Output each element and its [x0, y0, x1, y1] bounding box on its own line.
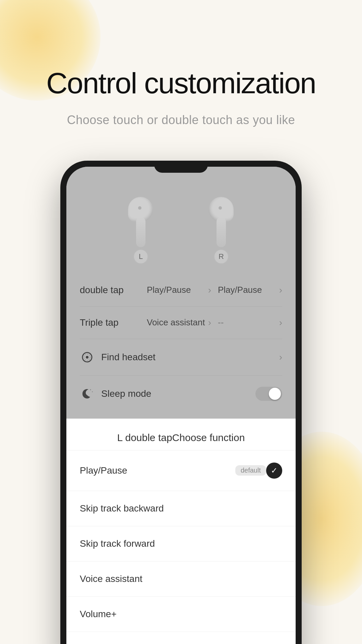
- earbud-left-stem: [136, 217, 145, 247]
- earbud-right: R: [204, 194, 238, 267]
- sheet-header: L double tapChoose function: [66, 419, 296, 450]
- list-item[interactable]: Volume-: [66, 632, 296, 644]
- sleep-mode-label: Sleep mode: [101, 388, 255, 399]
- earbud-right-dot: [219, 206, 222, 210]
- chevron-icon-3: ›: [208, 317, 211, 328]
- triple-tap-left-value: Voice assistant ›: [147, 317, 211, 328]
- list-item[interactable]: Skip track forward: [66, 526, 296, 561]
- chevron-icon-5: ›: [279, 352, 282, 363]
- default-badge: default: [235, 465, 266, 476]
- double-tap-left-value: Play/Pause ›: [147, 285, 211, 296]
- triple-tap-row[interactable]: Triple tap Voice assistant › -- ›: [80, 307, 282, 339]
- triple-tap-right-value: -- ›: [211, 317, 282, 328]
- earbud-right-label: R: [214, 249, 229, 264]
- sheet-item-label: Volume+: [80, 609, 282, 620]
- page-title: Control customization: [33, 67, 329, 100]
- svg-point-1: [86, 356, 88, 359]
- phone-frame: L R doubl: [60, 161, 302, 644]
- sheet-item-label: Skip track backward: [80, 503, 282, 514]
- chevron-icon-2: ›: [279, 285, 282, 296]
- earbud-left-dot: [138, 206, 141, 210]
- earbud-left-label: L: [133, 249, 148, 264]
- earbud-right-shape: [204, 194, 238, 247]
- list-item[interactable]: Volume+: [66, 597, 296, 632]
- find-headset-row[interactable]: Find headset ›: [80, 339, 282, 376]
- earbud-left: L: [124, 194, 158, 267]
- sheet-item-label: Play/Pause: [80, 465, 230, 476]
- sheet-title: L double tapChoose function: [117, 432, 245, 443]
- phone-notch: [154, 161, 208, 173]
- list-item[interactable]: Skip track backward: [66, 491, 296, 526]
- triple-tap-label: Triple tap: [80, 317, 147, 328]
- double-tap-right-value: Play/Pause ›: [211, 285, 282, 296]
- sleep-mode-icon: [80, 386, 95, 401]
- page-subtitle: Choose touch or double touch as you like: [67, 113, 295, 127]
- toggle-knob: [269, 388, 281, 400]
- phone-inner: L R doubl: [66, 167, 296, 644]
- find-headset-icon: [80, 350, 95, 365]
- earbuds-area: L R: [66, 167, 296, 274]
- check-icon: ✓: [266, 463, 282, 479]
- list-item[interactable]: Voice assistant: [66, 561, 296, 597]
- earbud-left-shape: [124, 194, 158, 247]
- sheet-item-label: Skip track forward: [80, 538, 282, 549]
- phone-mockup: L R doubl: [60, 161, 302, 644]
- sleep-mode-row[interactable]: Sleep mode: [80, 376, 282, 412]
- double-tap-row[interactable]: double tap Play/Pause › Play/Pause ›: [80, 274, 282, 307]
- list-item[interactable]: Play/Pause default ✓: [66, 450, 296, 491]
- settings-area: double tap Play/Pause › Play/Pause › Tri…: [66, 274, 296, 419]
- bottom-sheet: L double tapChoose function Play/Pause d…: [66, 419, 296, 644]
- earbud-right-stem: [217, 217, 226, 247]
- find-headset-label: Find headset: [101, 352, 279, 363]
- sleep-mode-toggle[interactable]: [255, 387, 282, 401]
- sheet-item-label: Voice assistant: [80, 574, 282, 584]
- double-tap-label: double tap: [80, 285, 147, 296]
- chevron-icon-4: ›: [279, 317, 282, 328]
- chevron-icon: ›: [208, 285, 211, 296]
